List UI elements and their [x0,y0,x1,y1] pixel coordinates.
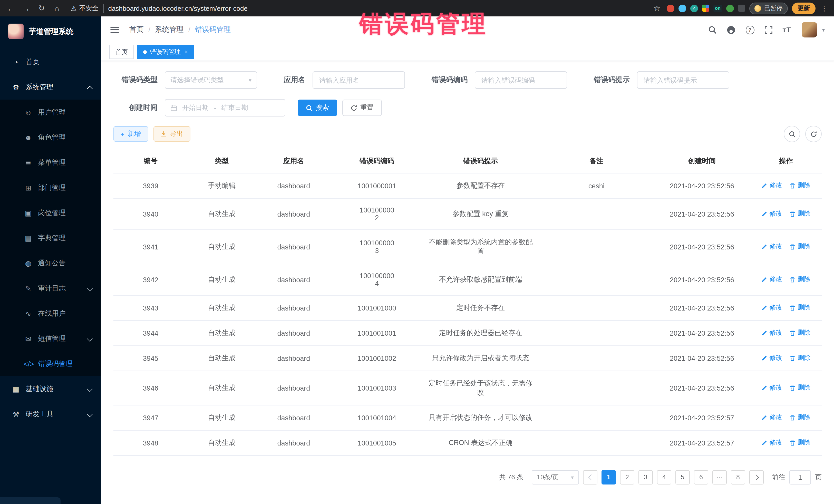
tab-1[interactable]: 错误码管理× [137,45,194,59]
delete-link[interactable]: 删除 [790,210,811,218]
page-button-6[interactable]: 6 [694,470,708,484]
github-icon[interactable] [726,25,735,34]
export-button[interactable]: 导出 [153,126,190,141]
extension-icon[interactable] [702,5,709,12]
browser-forward-icon[interactable]: → [21,3,32,14]
sidebar-item-online-users[interactable]: ∿在线用户 [0,301,101,326]
edit-link[interactable]: 修改 [761,329,783,337]
delete-link[interactable]: 删除 [790,439,811,447]
page-button-4[interactable]: 4 [657,470,671,484]
browser-back-icon[interactable]: ← [5,3,17,14]
extension-icon[interactable]: on [714,4,722,12]
browser-menu-icon[interactable]: ⋮ [820,4,829,12]
extension-icon[interactable] [667,4,674,12]
error-code-table: 编号类型应用名错误码编码错误码提示备注创建时间操作 3939手动编辑dashbo… [113,149,822,456]
fullscreen-icon[interactable] [765,26,772,34]
page-button-5[interactable]: 5 [675,470,690,484]
font-size-icon[interactable]: ᴛT [783,26,791,34]
edit-link[interactable]: 修改 [761,242,783,251]
sidebar-item-system-management[interactable]: ⚙系统管理 [0,74,101,100]
app-logo[interactable]: 芋道管理系统 [0,17,101,46]
extension-icon[interactable] [679,4,686,12]
sidebar-item-dict-management[interactable]: ▤字典管理 [0,225,101,250]
toolbar-right [784,126,822,142]
search-button[interactable]: 搜索 [298,100,337,116]
cell-code: 1001001005 [332,430,422,456]
edit-link[interactable]: 修改 [761,413,783,422]
edit-link[interactable]: 修改 [761,275,783,284]
error-type-select[interactable]: 请选择错误码类型 ▾ [165,71,257,89]
breadcrumb-item[interactable]: 系统管理 [155,25,184,35]
sidebar-item-menu-management[interactable]: ≣菜单管理 [0,150,101,175]
edit-link[interactable]: 修改 [761,354,783,363]
extensions-puzzle-icon[interactable] [738,5,745,12]
goto-page-input[interactable] [789,470,811,484]
sidebar-item-error-code-management[interactable]: </>错误码管理 [0,351,101,376]
delete-link[interactable]: 删除 [790,242,811,251]
browser-update-button[interactable]: 更新 [792,2,815,14]
sidebar-item-role-management[interactable]: ☻角色管理 [0,125,101,150]
delete-link[interactable]: 删除 [790,329,811,337]
profile-paused-chip[interactable]: 已暂停 [749,2,788,14]
sidebar-item-infrastructure[interactable]: ▦基础设施 [0,376,101,401]
page-button-2[interactable]: 2 [620,470,634,484]
tab-close-icon[interactable]: × [185,49,188,55]
app-name-input[interactable] [318,76,399,84]
sidebar-item-home[interactable]: ◔首页 [0,49,101,74]
extension-icon[interactable] [726,4,734,12]
delete-link[interactable]: 删除 [790,354,811,363]
sidebar-item-notice-announcement[interactable]: ◍通知公告 [0,250,101,276]
bookmark-star-icon[interactable]: ☆ [651,3,663,14]
edit-link[interactable]: 修改 [761,384,783,392]
table-toolbar: + 新增 导出 [113,126,822,142]
prev-page-button[interactable] [583,470,597,484]
browser-home-icon[interactable]: ⌂ [51,3,63,14]
browser-reload-icon[interactable]: ↻ [36,3,47,14]
date-range-picker[interactable]: 开始日期 - 结束日期 [165,99,285,116]
toggle-search-button[interactable] [784,126,800,142]
breadcrumb-item[interactable]: 首页 [129,25,144,35]
tab-bar: 首页错误码管理× [101,43,834,61]
address-bar[interactable]: ⚠不安全 dashboard.yudao.iocoder.cn/system/e… [71,4,248,13]
sidebar-item-dev-tools[interactable]: ⚒研发工具 [0,401,101,426]
edit-link[interactable]: 修改 [761,210,783,218]
user-avatar[interactable] [802,22,817,38]
browser-chrome: ← → ↻ ⌂ ⚠不安全 dashboard.yudao.iocoder.cn/… [0,0,834,17]
edit-link[interactable]: 修改 [761,439,783,447]
edit-icon [761,385,768,391]
chevron-down-icon[interactable]: ▾ [822,27,825,32]
delete-link[interactable]: 删除 [790,275,811,284]
sidebar-toggle-icon[interactable] [110,26,119,33]
edit-link[interactable]: 修改 [761,181,783,190]
delete-link[interactable]: 删除 [790,413,811,422]
next-page-button[interactable] [749,470,764,484]
page-button-8[interactable]: 8 [731,470,745,484]
extension-icon[interactable]: ✓ [690,4,698,12]
security-warning[interactable]: ⚠不安全 [71,4,104,13]
search-icon[interactable] [708,26,716,34]
code-icon: </> [24,359,33,368]
error-hint-input[interactable] [642,76,724,84]
help-icon[interactable]: ? [745,25,754,34]
filter-error-hint: 错误码提示 [594,71,729,89]
sidebar-item-department-management[interactable]: ⊞部门管理 [0,175,101,200]
tab-0[interactable]: 首页 [109,45,134,59]
sidebar-item-user-management[interactable]: ☺用户管理 [0,100,101,125]
sidebar-item-sms-management[interactable]: ✉短信管理 [0,326,101,351]
add-button[interactable]: + 新增 [113,126,148,141]
page-size-select[interactable]: 10条/页 ▾ [532,470,579,484]
delete-link[interactable]: 删除 [790,181,811,190]
page-button-3[interactable]: 3 [638,470,653,484]
delete-link[interactable]: 删除 [790,384,811,392]
sidebar-item-post-management[interactable]: ▣岗位管理 [0,200,101,225]
sidebar-item-audit-log[interactable]: ✎审计日志 [0,276,101,301]
pagination-more[interactable]: ⋯ [712,470,727,484]
chevron-down-icon [87,411,93,417]
page-button-1[interactable]: 1 [601,470,616,484]
refresh-button[interactable] [805,126,822,142]
app-frame: 芋道管理系统 ◔首页⚙系统管理☺用户管理☻角色管理≣菜单管理⊞部门管理▣岗位管理… [0,17,834,504]
edit-link[interactable]: 修改 [761,304,783,312]
error-code-input[interactable] [480,76,562,84]
delete-link[interactable]: 删除 [790,304,811,312]
reset-button[interactable]: 重置 [342,100,382,116]
